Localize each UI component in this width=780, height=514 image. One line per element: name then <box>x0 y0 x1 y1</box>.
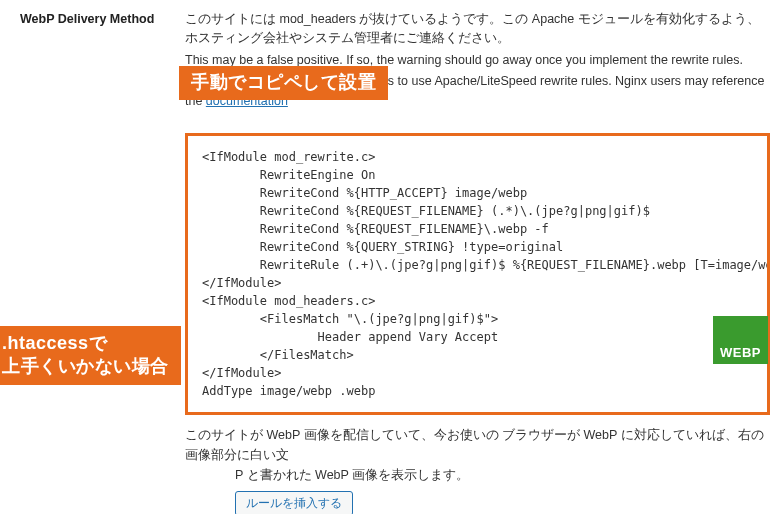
insert-rules-button[interactable]: ルールを挿入する <box>235 491 353 514</box>
setting-label: WebP Delivery Method <box>20 10 185 26</box>
callout-copy-paste: 手動でコピペして設置 <box>179 66 388 100</box>
webp-description-line1: このサイトが WebP 画像を配信していて、今お使いの ブラウザーが WebP … <box>185 428 764 462</box>
webp-preview-badge: WEBP <box>713 316 768 364</box>
webp-description: このサイトが WebP 画像を配信していて、今お使いの ブラウザーが WebP … <box>185 425 770 485</box>
callout-htaccess-line2: 上手くいかない場合 <box>2 356 169 376</box>
webp-description-line2: P と書かれた WebP 画像を表示します。 <box>235 468 469 482</box>
warning-jp: このサイトには mod_headers が抜けているようです。この Apache… <box>185 10 770 49</box>
callout-htaccess-fail: .htaccessで 上手くいかない場合 <box>0 326 181 385</box>
rewrite-rules-code[interactable]: <IfModule mod_rewrite.c> RewriteEngine O… <box>185 133 770 415</box>
callout-htaccess-line1: .htaccessで <box>2 333 107 353</box>
